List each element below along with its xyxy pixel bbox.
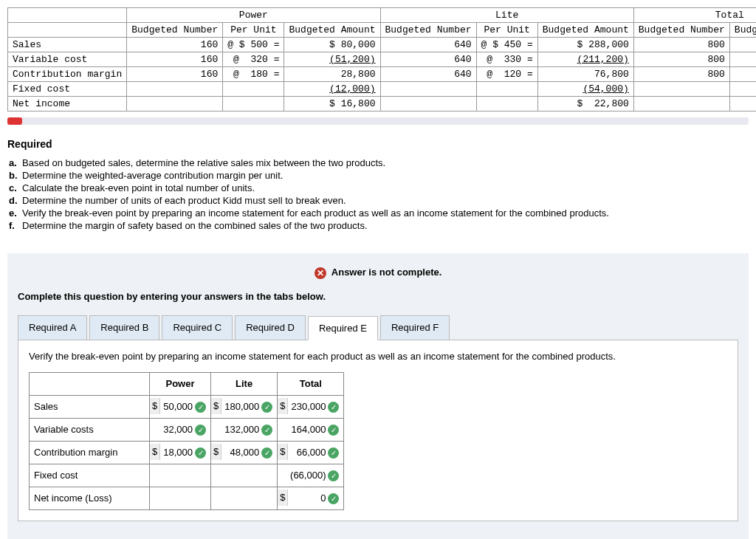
sub-h: Per Unit (476, 23, 537, 38)
sub-h: Budgeted Number (127, 23, 223, 38)
required-item: Calculate the break-even point in total … (22, 182, 749, 193)
answer-row-label: Net income (Loss) (30, 487, 150, 509)
check-icon: ✓ (328, 402, 339, 413)
tabs: Required ARequired BRequired CRequired D… (18, 315, 738, 340)
check-icon: ✓ (261, 402, 272, 413)
check-icon: ✓ (261, 447, 272, 459)
row-label: Sales (8, 38, 127, 52)
answer-cell[interactable]: 164,000✓ (278, 418, 344, 441)
tab-required-a[interactable]: Required A (18, 315, 87, 340)
sub-h: Per Unit (223, 23, 284, 38)
col-total: Total (278, 372, 344, 395)
answer-cell[interactable]: $0✓ (278, 487, 344, 509)
col-lite: Lite (211, 372, 278, 395)
status-line: ✕ Answer is not complete. (18, 267, 738, 279)
progress-bar (7, 117, 749, 125)
check-icon: ✓ (261, 425, 272, 436)
answer-row-label: Variable costs (30, 418, 150, 441)
tab-required-d[interactable]: Required D (235, 315, 306, 340)
answer-cell[interactable]: $180,000✓ (211, 395, 278, 418)
row-label: Contribution margin (8, 67, 127, 82)
tab-required-f[interactable]: Required F (380, 315, 450, 340)
required-heading: Required (7, 138, 749, 150)
tab-required-c[interactable]: Required C (162, 315, 233, 340)
status-text: Answer is not complete. (331, 267, 442, 278)
sub-h: Budgeted Amount (537, 23, 633, 38)
answer-cell[interactable]: $18,000✓ (150, 441, 211, 464)
answer-cell[interactable] (211, 464, 278, 487)
answer-row-label: Fixed cost (30, 464, 150, 487)
check-icon: ✓ (328, 447, 339, 459)
check-icon: ✓ (195, 447, 206, 459)
required-item: Determine the number of units of each pr… (22, 195, 749, 206)
answer-row-label: Sales (30, 395, 150, 418)
sub-h: Budgeted Amount (729, 23, 756, 38)
sub-h: Budgeted Number (380, 23, 476, 38)
check-icon: ✓ (195, 425, 206, 436)
answer-cell[interactable]: $48,000✓ (211, 441, 278, 464)
answer-cell[interactable] (211, 487, 278, 509)
required-item: Determine the weighted-average contribut… (22, 170, 749, 181)
answer-area: ✕ Answer is not complete. Complete this … (7, 253, 749, 539)
row-label: Fixed cost (8, 82, 127, 97)
answer-cell[interactable] (150, 487, 211, 509)
required-item: Verify the break-even point by preparing… (22, 207, 749, 219)
tab-description: Verify the break-even point by preparing… (29, 351, 727, 362)
budget-table: Power Lite Total Budgeted Number Per Uni… (7, 7, 756, 111)
answer-row-label: Contribution margin (30, 441, 150, 464)
required-section: Required Based on budgeted sales, determ… (7, 138, 749, 231)
col-power: Power (150, 372, 211, 395)
required-item: Based on budgeted sales, determine the r… (22, 157, 749, 168)
answer-cell[interactable]: 132,000✓ (211, 418, 278, 441)
answer-cell[interactable]: (66,000)✓ (278, 464, 344, 487)
answer-cell[interactable] (150, 464, 211, 487)
required-item: Determine the margin of safety based on … (22, 220, 749, 231)
check-icon: ✓ (328, 470, 339, 481)
tab-required-e[interactable]: Required E (308, 316, 378, 340)
required-list: Based on budgeted sales, determine the r… (9, 157, 749, 231)
row-label: Net income (8, 97, 127, 111)
check-icon: ✓ (328, 493, 339, 504)
tab-content: Verify the break-even point by preparing… (18, 340, 738, 521)
answer-cell[interactable]: $50,000✓ (150, 395, 211, 418)
answer-cell[interactable]: 32,000✓ (150, 418, 211, 441)
answer-table: Power Lite Total Sales$50,000✓$180,000✓$… (29, 372, 344, 510)
group-power: Power (127, 8, 380, 23)
tab-required-b[interactable]: Required B (89, 315, 159, 340)
answer-instruction: Complete this question by entering your … (18, 291, 738, 302)
sub-h: Budgeted Number (633, 23, 729, 38)
row-label: Variable cost (8, 52, 127, 67)
check-icon: ✓ (328, 425, 339, 436)
answer-cell[interactable]: $230,000✓ (278, 395, 344, 418)
sub-h: Budgeted Amount (284, 23, 380, 38)
group-lite: Lite (380, 8, 633, 23)
answer-cell[interactable]: $66,000✓ (278, 441, 344, 464)
error-icon: ✕ (315, 267, 326, 279)
check-icon: ✓ (195, 402, 206, 413)
group-total: Total (633, 8, 756, 23)
